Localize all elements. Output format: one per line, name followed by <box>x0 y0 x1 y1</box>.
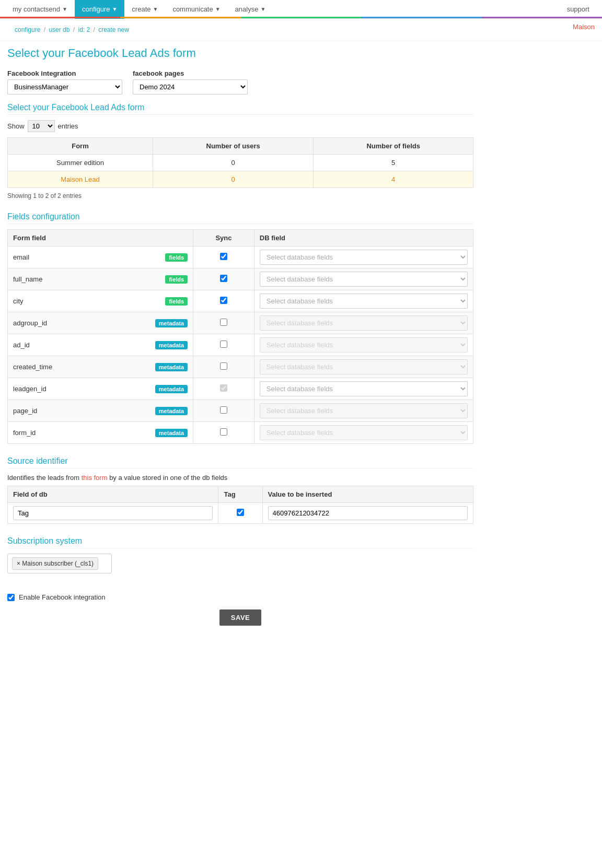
forms-table-row[interactable]: Summer edition 0 5 <box>8 155 473 171</box>
fields-table-row: ad_id metadata Select database fields <box>8 334 473 356</box>
field-sync-cell <box>193 290 254 312</box>
fields-table-row: city fields Select database fields <box>8 290 473 312</box>
source-value-input[interactable]: 460976212034722 <box>268 506 468 520</box>
source-field-input[interactable]: Tag <box>13 506 213 520</box>
forms-table: Form Number of users Number of fields Su… <box>7 137 473 188</box>
field-sync-checkbox[interactable] <box>220 406 227 414</box>
field-name-cell: adgroup_id metadata <box>8 312 193 334</box>
forms-table-col-fields: Number of fields <box>314 138 473 155</box>
subscription-title: Subscription system <box>7 536 473 548</box>
field-db-select[interactable]: Select database fields <box>260 425 468 440</box>
source-table: Field of db Tag Value to be inserted Tag… <box>7 486 473 524</box>
forms-row-users: 0 <box>153 155 313 171</box>
facebook-pages-label: facebook pages <box>133 69 248 77</box>
breadcrumb-userdb[interactable]: user db <box>49 26 70 33</box>
save-button[interactable]: SAVE <box>219 609 261 626</box>
field-badge: metadata <box>155 407 188 415</box>
enable-facebook-label: Enable Facebook integration <box>19 593 106 601</box>
field-sync-cell <box>193 268 254 290</box>
field-name-label: ad_id <box>13 341 30 349</box>
lead-ads-section-title: Select your Facebook Lead Ads form <box>7 103 473 115</box>
nav-analyse[interactable]: analyse ▼ <box>228 0 273 19</box>
field-db-select[interactable]: Select database fields <box>260 294 468 309</box>
nav-support[interactable]: support <box>560 0 597 19</box>
field-db-select[interactable]: Select database fields <box>260 250 468 265</box>
source-desc: Identifies the leads from this form by a… <box>7 474 473 482</box>
field-db-select[interactable]: Select database fields <box>260 315 468 331</box>
field-badge: metadata <box>155 429 188 437</box>
source-identifier-title: Source identifier <box>7 456 473 468</box>
show-entries-select[interactable]: 10 25 50 100 <box>28 120 55 132</box>
field-db-select[interactable]: Select database fields <box>260 337 468 353</box>
field-sync-checkbox[interactable] <box>220 297 227 304</box>
show-entries-row: Show 10 25 50 100 entries <box>7 120 473 132</box>
fields-table-row: leadgen_id metadata Select database fiel… <box>8 378 473 400</box>
field-sync-checkbox[interactable] <box>220 275 227 282</box>
nav-my-contactsend[interactable]: my contactsend ▼ <box>5 0 75 19</box>
lead-ads-section: Select your Facebook Lead Ads form Show … <box>7 103 473 200</box>
field-name-label: email <box>13 253 29 261</box>
fields-table-row: form_id metadata Select database fields <box>8 422 473 444</box>
field-sync-checkbox[interactable] <box>220 341 227 348</box>
field-db-select[interactable]: Select database fields <box>260 403 468 418</box>
field-db-cell: Select database fields <box>254 378 473 400</box>
forms-table-col-users: Number of users <box>153 138 313 155</box>
fields-col-formfield: Form field <box>8 230 193 247</box>
field-badge: metadata <box>155 363 188 371</box>
forms-row-fields: 4 <box>314 171 473 188</box>
facebook-integration-select[interactable]: BusinessManager <box>7 79 122 95</box>
enable-facebook-checkbox[interactable] <box>7 594 15 601</box>
fields-table-row: created_time metadata Select database fi… <box>8 356 473 378</box>
field-badge: metadata <box>155 385 188 393</box>
breadcrumb: configure / user db / id: 2 / create new <box>7 22 595 38</box>
nav-communicate[interactable]: communicate ▼ <box>165 0 227 19</box>
forms-row-form: Maison Lead <box>8 171 153 188</box>
field-db-cell: Select database fields <box>254 247 473 268</box>
field-name-cell: leadgen_id metadata <box>8 378 193 400</box>
field-badge: fields <box>165 275 188 284</box>
field-badge: metadata <box>155 341 188 349</box>
field-name-cell: full_name fields <box>8 268 193 290</box>
fields-config-section: Fields configuration Form field Sync DB … <box>7 212 473 444</box>
field-sync-checkbox[interactable] <box>220 428 227 436</box>
field-db-select[interactable]: Select database fields <box>260 272 468 287</box>
integration-row: Facebook integration BusinessManager fac… <box>7 69 473 95</box>
fields-config-title: Fields configuration <box>7 212 473 224</box>
forms-table-row[interactable]: Maison Lead 0 4 <box>8 171 473 188</box>
field-db-cell: Select database fields <box>254 290 473 312</box>
nav-configure[interactable]: configure ▼ <box>75 0 124 19</box>
field-sync-cell <box>193 356 254 378</box>
facebook-integration-label: Facebook integration <box>7 69 122 77</box>
field-name-label: leadgen_id <box>13 385 47 393</box>
field-name-cell: page_id metadata <box>8 400 193 422</box>
fields-table-row: email fields Select database fields <box>8 247 473 268</box>
nav-create[interactable]: create ▼ <box>124 0 165 19</box>
field-sync-checkbox[interactable] <box>220 253 227 260</box>
breadcrumb-configure[interactable]: configure <box>15 26 40 33</box>
field-badge: fields <box>165 297 188 306</box>
field-db-select[interactable]: Select database fields <box>260 381 468 396</box>
source-tag-checkbox[interactable] <box>237 509 244 516</box>
breadcrumb-id[interactable]: id: 2 <box>78 26 90 33</box>
field-sync-cell <box>193 378 254 400</box>
field-name-label: city <box>13 297 24 305</box>
field-name-label: created_time <box>13 363 52 371</box>
field-db-cell: Select database fields <box>254 422 473 444</box>
source-value-cell: 460976212034722 <box>262 503 473 524</box>
fields-table: Form field Sync DB field email fields Se… <box>7 229 473 444</box>
facebook-pages-select[interactable]: Demo 2024 <box>133 79 248 95</box>
source-col-value: Value to be inserted <box>262 486 473 503</box>
field-sync-cell <box>193 247 254 268</box>
field-db-select[interactable]: Select database fields <box>260 359 468 374</box>
field-db-cell: Select database fields <box>254 268 473 290</box>
field-sync-cell <box>193 400 254 422</box>
field-name-label: full_name <box>13 275 42 283</box>
field-sync-checkbox[interactable] <box>220 384 227 392</box>
fields-table-row: full_name fields Select database fields <box>8 268 473 290</box>
breadcrumb-createnew[interactable]: create new <box>98 26 129 33</box>
field-sync-checkbox[interactable] <box>220 362 227 370</box>
source-col-fieldofdb: Field of db <box>8 486 218 503</box>
top-nav: my contactsend ▼ configure ▼ create ▼ co… <box>0 0 602 19</box>
field-sync-checkbox[interactable] <box>220 319 227 326</box>
field-name-cell: email fields <box>8 247 193 268</box>
